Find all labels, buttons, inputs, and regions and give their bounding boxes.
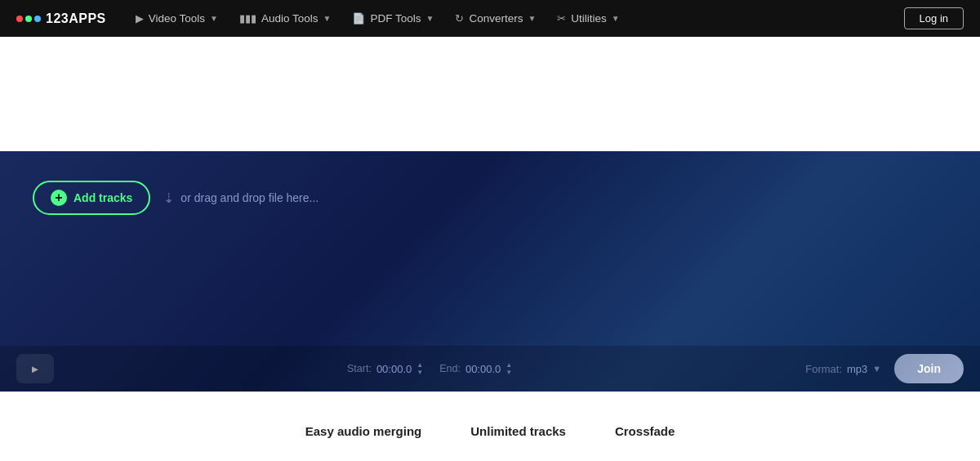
start-spinners: ▲ ▼ xyxy=(416,362,423,376)
dot-green xyxy=(25,16,32,22)
feature-title-easy-audio-merging: Easy audio merging xyxy=(305,424,422,438)
chevron-down-icon: ▼ xyxy=(323,14,332,23)
chevron-down-icon: ▼ xyxy=(612,14,620,23)
utilities-icon: ✂ xyxy=(557,12,566,25)
start-value: 00:00.0 xyxy=(376,363,412,375)
end-time-group: End: 00:00.0 ▲ ▼ xyxy=(439,362,512,376)
start-label: Start: xyxy=(347,363,372,374)
dot-red xyxy=(16,16,23,22)
drag-drop-text: or drag and drop file here... xyxy=(180,191,318,204)
nav-item-converters[interactable]: ↻ Converters ▼ xyxy=(445,7,546,29)
add-tracks-button[interactable]: + Add tracks xyxy=(33,181,150,215)
end-spin-up[interactable]: ▲ xyxy=(506,362,512,369)
logo[interactable]: 123APPS xyxy=(16,11,106,26)
time-controls: Start: 00:00.0 ▲ ▼ End: 00:00.0 ▲ ▼ xyxy=(67,362,792,376)
nav-items: ▶ Video Tools ▼ ▮▮▮ Audio Tools ▼ 📄 PDF … xyxy=(126,7,904,29)
format-chevron-icon: ▼ xyxy=(872,364,881,374)
join-button[interactable]: Join xyxy=(894,354,964,383)
end-spin-down[interactable]: ▼ xyxy=(506,369,512,376)
chevron-down-icon: ▼ xyxy=(528,14,536,23)
format-group[interactable]: Format: mp3 ▼ xyxy=(805,363,881,375)
end-spinners: ▲ ▼ xyxy=(506,362,512,376)
ad-area xyxy=(0,37,980,151)
nav-label-audio-tools: Audio Tools xyxy=(261,12,318,25)
plus-circle-icon: + xyxy=(51,190,67,206)
nav-item-utilities[interactable]: ✂ Utilities ▼ xyxy=(547,7,629,29)
nav-item-audio-tools[interactable]: ▮▮▮ Audio Tools ▼ xyxy=(229,7,341,29)
pdf-icon: 📄 xyxy=(352,12,365,25)
tool-area: + Add tracks ⇣ or drag and drop file her… xyxy=(0,151,980,392)
format-value: mp3 xyxy=(847,363,867,375)
end-label: End: xyxy=(439,363,461,374)
add-tracks-label: Add tracks xyxy=(74,191,132,204)
nav-label-utilities: Utilities xyxy=(571,12,607,25)
start-spin-up[interactable]: ▲ xyxy=(416,362,423,369)
feature-title-crossfade: Crossfade xyxy=(615,424,675,438)
play-button[interactable]: ► xyxy=(16,354,54,383)
timeline-area xyxy=(0,231,980,346)
format-label: Format: xyxy=(805,363,842,375)
chevron-down-icon: ▼ xyxy=(425,14,434,23)
features-area: Easy audio merging Unlimited tracks Cros… xyxy=(0,392,980,454)
feature-easy-audio-merging: Easy audio merging xyxy=(305,424,422,438)
chevron-down-icon: ▼ xyxy=(210,14,218,23)
logo-text: 123APPS xyxy=(46,11,106,26)
converters-icon: ↻ xyxy=(455,12,464,25)
upload-row: + Add tracks ⇣ or drag and drop file her… xyxy=(0,151,980,231)
feature-crossfade: Crossfade xyxy=(615,424,675,438)
end-value: 00:00.0 xyxy=(466,363,501,375)
controls-bar: ► Start: 00:00.0 ▲ ▼ End: 00:00.0 ▲ ▼ xyxy=(0,346,980,392)
nav-label-video-tools: Video Tools xyxy=(149,12,205,25)
drag-drop-hint: ⇣ or drag and drop file here... xyxy=(163,190,318,206)
logo-dots xyxy=(16,16,41,22)
feature-unlimited-tracks: Unlimited tracks xyxy=(470,424,566,438)
nav-item-video-tools[interactable]: ▶ Video Tools ▼ xyxy=(126,7,228,29)
audio-icon: ▮▮▮ xyxy=(239,12,256,25)
start-time-group: Start: 00:00.0 ▲ ▼ xyxy=(347,362,423,376)
nav-label-pdf-tools: PDF Tools xyxy=(370,12,421,25)
play-icon: ► xyxy=(30,363,41,375)
download-icon: ⇣ xyxy=(163,190,174,206)
start-spin-down[interactable]: ▼ xyxy=(416,369,423,376)
nav-label-converters: Converters xyxy=(469,12,523,25)
login-button[interactable]: Log in xyxy=(904,7,964,29)
nav-item-pdf-tools[interactable]: 📄 PDF Tools ▼ xyxy=(342,7,443,29)
navbar: 123APPS ▶ Video Tools ▼ ▮▮▮ Audio Tools … xyxy=(0,0,980,37)
feature-title-unlimited-tracks: Unlimited tracks xyxy=(470,424,566,438)
video-icon: ▶ xyxy=(136,12,144,25)
dot-blue xyxy=(34,16,41,22)
